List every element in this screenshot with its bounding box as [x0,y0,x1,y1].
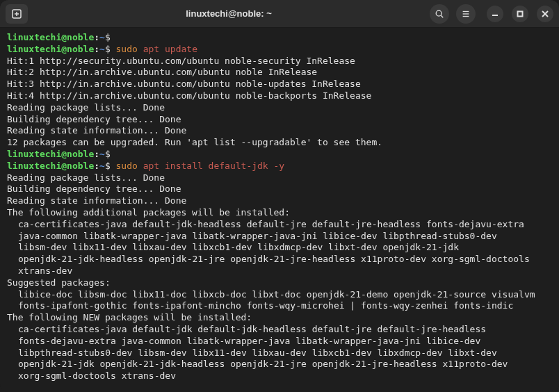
output-line: fonts-dejavu-extra java-common libatk-wr… [7,336,552,348]
output-line: Building dependency tree... Done [7,183,552,195]
output-line: Reading package lists... Done [7,102,552,114]
prompt-line: linuxtechi@noble:~$ sudo apt install def… [7,161,552,172]
prompt-dollar: $ [105,161,111,171]
prompt-path: ~ [99,44,105,54]
prompt-line: linuxtechi@noble:~$ [7,149,552,161]
svg-point-3 [436,10,441,16]
output-line: Hit:3 http://in.archive.ubuntu.com/ubunt… [7,79,552,90]
prompt-path: ~ [99,161,105,171]
cmd-text: apt install default-jdk -y [143,161,285,171]
output-line: Building dependency tree... Done [7,114,552,126]
titlebar: linuxtechi@noble: ~ [0,0,559,28]
search-button[interactable] [430,4,449,24]
new-tab-button[interactable] [6,4,28,24]
window-title: linuxtechi@noble: ~ [33,8,424,19]
titlebar-left [6,4,28,24]
close-button[interactable] [537,6,553,22]
maximize-button[interactable] [512,6,528,22]
prompt-user: linuxtechi@noble [7,161,94,171]
output-line: libice-doc libsm-doc libx11-doc libxcb-d… [7,289,552,301]
menu-button[interactable] [456,4,476,24]
output-line: Hit:1 http://security.ubuntu.com/ubuntu … [7,56,552,67]
output-line: Hit:2 http://in.archive.ubuntu.com/ubunt… [7,67,552,79]
output-line: libpthread-stubs0-dev libsm-dev libx11-d… [7,348,552,359]
prompt-line: linuxtechi@noble:~$ [7,32,552,44]
prompt-user: linuxtechi@noble [7,32,94,42]
prompt-user: linuxtechi@noble [7,44,94,54]
close-icon [542,10,549,17]
maximize-icon [517,10,524,17]
output-line: openjdk-21-jdk-headless openjdk-21-jre o… [7,254,552,266]
search-icon [435,9,444,19]
terminal-output[interactable]: linuxtechi@noble:~$linuxtechi@noble:~$ s… [0,28,559,392]
output-line: xtrans-dev [7,266,552,277]
terminal-window: linuxtechi@noble: ~ linuxtechi@noble: [0,0,559,392]
output-line: The following additional packages will b… [7,207,552,219]
prompt-path: ~ [99,32,105,42]
output-line: ca-certificates-java default-jdk default… [7,324,552,336]
cmd-sudo: sudo [116,161,143,171]
svg-line-4 [441,15,443,17]
output-line: 12 packages can be upgraded. Run 'apt li… [7,137,552,149]
prompt-colon: : [94,32,99,42]
minimize-button[interactable] [487,6,503,22]
prompt-dollar: $ [105,44,111,54]
prompt-colon: : [94,161,99,171]
prompt-line: linuxtechi@noble:~$ sudo apt update [7,44,552,56]
output-line: xorg-sgml-doctools xtrans-dev [7,370,552,382]
prompt-colon: : [94,44,99,54]
cmd-sudo: sudo [116,44,143,54]
output-line: Reading state information... Done [7,125,552,137]
output-line: java-common libatk-wrapper-java libatk-w… [7,231,552,243]
titlebar-right [430,4,553,24]
output-line: Reading state information... Done [7,195,552,207]
svg-rect-9 [518,11,523,16]
prompt-dollar: $ [105,149,111,159]
hamburger-icon [461,9,471,19]
output-line: Suggested packages: [7,277,552,289]
output-line: Reading package lists... Done [7,172,552,184]
output-line: openjdk-21-jdk openjdk-21-jdk-headless o… [7,359,552,370]
output-line: libsm-dev libx11-dev libxau-dev libxcb1-… [7,242,552,254]
output-line: ca-certificates-java default-jdk-headles… [7,219,552,231]
minimize-icon [492,10,499,17]
prompt-dollar: $ [105,32,111,42]
cmd-text: apt update [143,44,197,54]
output-line: Hit:4 http://in.archive.ubuntu.com/ubunt… [7,90,552,102]
prompt-user: linuxtechi@noble [7,149,94,159]
prompt-path: ~ [99,149,105,159]
new-tab-icon [11,8,22,19]
output-line: The following NEW packages will be insta… [7,312,552,324]
output-line: fonts-ipafont-gothic fonts-ipafont-minch… [7,300,552,312]
prompt-colon: : [94,149,99,159]
window-controls [487,6,553,22]
